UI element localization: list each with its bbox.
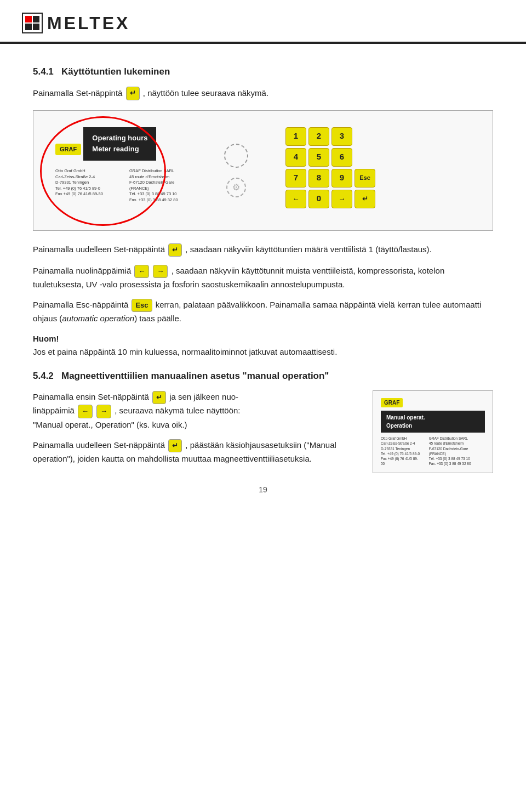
screen-middle-panel: ⚙	[209, 122, 264, 197]
small-screen-op-box: Manual operat. Operation	[381, 411, 485, 433]
section-541-para4: Painamalla Esc-näppäintä Esc kerran, pal…	[33, 298, 493, 325]
small-screen-col1-542: Otto Graf GmbH Carl-Zeiss-Straße 2-4 D-7…	[381, 436, 421, 466]
section-541-huom: Huom! Jos et paina näppäintä 10 min kulu…	[33, 332, 493, 358]
set-key-icon-542-2: ↵	[168, 439, 182, 452]
set-key-icon-2: ↵	[168, 243, 182, 257]
section-542-right: GRAF Manual operat. Operation Otto Graf …	[373, 390, 493, 473]
screen-image-541: GRAF Operating hours Meter reading Otto …	[33, 110, 493, 231]
section-541-para2: Painamalla uudelleen Set-näppäintä ↵ , s…	[33, 243, 493, 257]
small-screen-542: GRAF Manual operat. Operation Otto Graf …	[373, 390, 493, 473]
arrow-left-key-542: ←	[78, 405, 93, 418]
small-screen-col2-542: GRAF Distribution SARL 45 route d'Ernots…	[429, 436, 485, 466]
svg-rect-0	[25, 16, 32, 22]
esc-key-icon: Esc	[132, 299, 152, 312]
screen-small-text: Otto Graf GmbH Carl-Zeiss-Straße 2-4 D-7…	[55, 168, 192, 203]
screen-left-panel: GRAF Operating hours Meter reading Otto …	[50, 122, 192, 203]
svg-rect-1	[33, 16, 39, 22]
page-number: 19	[33, 484, 493, 507]
key-arrow-right: →	[331, 190, 352, 208]
section-541-title: Käyttötuntien lukeminen	[61, 66, 170, 77]
section-542-title: Magneettiventtiilien manuaalinen asetus …	[61, 371, 329, 381]
logo-text: MELTEX	[47, 10, 130, 36]
key-enter: ↵	[355, 190, 375, 208]
set-key-icon-1: ↵	[126, 87, 140, 100]
section-541-para1: Painamalla Set-näppintä ↵ , näyttöön tul…	[33, 87, 493, 100]
key-empty-2	[355, 148, 375, 167]
main-content: 5.4.1 Käyttötuntien lukeminen Painamalla…	[0, 48, 526, 523]
key-3: 3	[331, 127, 352, 146]
section-541-number: 5.4.1	[33, 66, 54, 77]
screen-graf-logo: GRAF	[55, 144, 81, 155]
section-542-heading: 5.4.2 Magneettiventtiilien manuaalinen a…	[33, 369, 493, 383]
huom-title: Huom!	[33, 334, 59, 343]
key-1: 1	[285, 127, 306, 146]
huom-text: Jos et paina näppäintä 10 min kuluessa, …	[33, 347, 337, 356]
key-9: 9	[331, 169, 352, 188]
key-7: 7	[285, 169, 306, 188]
key-8: 8	[308, 169, 329, 188]
section-541-para3: Painamalla nuolinäppäimiä ← → , saadaan …	[33, 264, 493, 291]
logo-square	[22, 13, 43, 33]
arrow-left-key: ←	[134, 265, 149, 278]
logo: MELTEX	[22, 10, 130, 36]
key-4: 4	[285, 148, 306, 167]
svg-rect-2	[25, 24, 32, 30]
screen-small-col1: Otto Graf GmbH Carl-Zeiss-Straße 2-4 D-7…	[55, 168, 118, 203]
arrow-right-key-542: →	[96, 405, 111, 418]
arrow-keys-pair-542: ← →	[77, 405, 112, 418]
screen-keypad-panel: 1 2 3 4 5 6 7 8 9 Esc ← 0 → ↵	[280, 122, 375, 208]
key-5: 5	[308, 148, 329, 167]
op-hours-box: Operating hours Meter reading	[83, 127, 156, 161]
key-empty-1	[355, 127, 375, 146]
svg-rect-3	[33, 24, 39, 30]
gear-circle: ⚙	[226, 178, 246, 197]
section-542-para2: Painamalla uudelleen Set-näppäintä ↵ , p…	[33, 439, 356, 465]
key-arrow-left: ←	[285, 190, 306, 208]
small-screen-graf-label: GRAF	[381, 398, 403, 407]
key-esc: Esc	[355, 169, 375, 188]
key-6: 6	[331, 148, 352, 167]
small-screen-text-542: Otto Graf GmbH Carl-Zeiss-Straße 2-4 D-7…	[381, 436, 485, 466]
arrow-right-key: →	[153, 265, 168, 278]
key-0: 0	[308, 190, 329, 208]
section-542-twocol: Painamalla ensin Set-näppäintä ↵ ja sen …	[33, 390, 493, 473]
set-key-icon-542: ↵	[152, 391, 166, 404]
screen-small-col2: GRAF Distribution SARL 45 route d'Ernots…	[129, 168, 192, 203]
section-541-heading: 5.4.1 Käyttötuntien lukeminen	[33, 65, 493, 79]
key-2: 2	[308, 127, 329, 146]
arrow-keys-pair: ← →	[133, 265, 169, 278]
section-542-number: 5.4.2	[33, 371, 54, 381]
header: MELTEX	[0, 0, 526, 43]
section-542-para1: Painamalla ensin Set-näppäintä ↵ ja sen …	[33, 390, 356, 430]
dashed-circle	[224, 144, 248, 168]
keypad: 1 2 3 4 5 6 7 8 9 Esc ← 0 → ↵	[285, 127, 375, 208]
section-542-left: Painamalla ensin Set-näppäintä ↵ ja sen …	[33, 390, 356, 473]
